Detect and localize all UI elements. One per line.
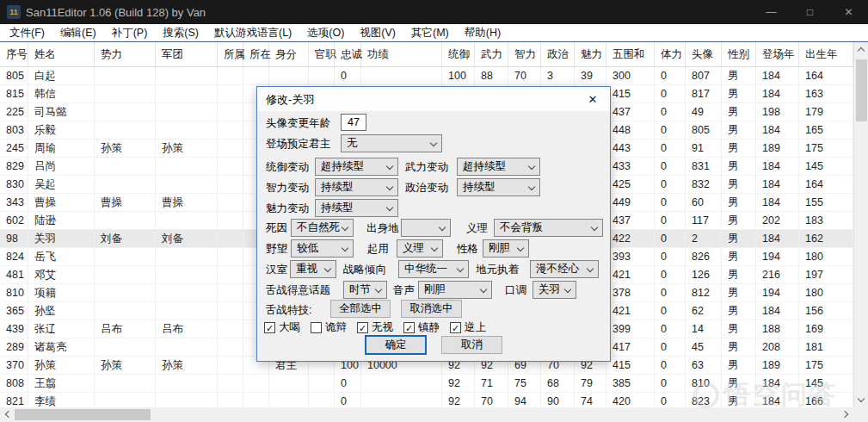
skill-checkbox[interactable]: ✓无视: [357, 320, 393, 335]
checkbox-checked-icon: ✓: [264, 322, 275, 333]
column-header[interactable]: 姓名: [28, 42, 95, 66]
table-row[interactable]: 808王翦092717568793850810男184145: [0, 375, 853, 393]
table-cell: [156, 67, 218, 85]
scroll-up-icon[interactable]: [854, 42, 868, 57]
birthplace-label: 出身地: [366, 221, 399, 236]
column-header[interactable]: 性别: [722, 42, 756, 66]
birthplace-select[interactable]: [401, 219, 451, 237]
table-header: 序号姓名势力军团所属所在身分官职忠诚功绩统御武力智力政治魅力五围和体力头像性别登…: [0, 42, 853, 67]
scroll-left-icon[interactable]: [0, 407, 15, 422]
ambition-select[interactable]: 较低: [291, 239, 354, 258]
table-cell: 421: [606, 302, 655, 320]
local-focus-select[interactable]: 漫不经心: [530, 260, 599, 278]
table-cell: 0: [655, 338, 686, 357]
politics-trend-select[interactable]: 持续型: [457, 178, 540, 196]
war-trend-select[interactable]: 超持续型: [457, 158, 540, 176]
debut-lord-select[interactable]: 无: [341, 134, 442, 152]
table-cell: 男: [722, 67, 756, 85]
column-header[interactable]: 登场年: [756, 42, 799, 66]
column-header[interactable]: 出生年: [799, 42, 853, 66]
charm-trend-select[interactable]: 持续型: [315, 199, 398, 217]
menu-item[interactable]: 编辑(E): [52, 24, 104, 41]
table-cell: 188: [756, 320, 799, 338]
int-trend-select[interactable]: 持续型: [315, 178, 398, 196]
leadership-trend-select[interactable]: 超持续型: [315, 158, 398, 176]
column-header[interactable]: 武力: [475, 42, 508, 66]
column-header[interactable]: 序号: [0, 42, 28, 66]
tone-select[interactable]: 关羽: [532, 281, 576, 299]
death-cause-select[interactable]: 不自然死: [291, 219, 354, 237]
portrait-age-input[interactable]: 47: [341, 114, 366, 131]
column-header[interactable]: 五围和: [606, 42, 655, 66]
chevron-down-icon: [517, 245, 524, 251]
skill-checkbox[interactable]: ✓逆上: [450, 320, 486, 335]
table-cell: 孙策: [95, 140, 156, 158]
table-cell: [156, 85, 218, 103]
column-header[interactable]: 身分: [269, 42, 309, 66]
table-row[interactable]: 805白起010088703393000807男184164: [0, 67, 853, 85]
table-cell: 198: [756, 103, 799, 121]
column-header[interactable]: 体力: [655, 42, 686, 66]
menu-item[interactable]: 补丁(P): [104, 24, 156, 41]
column-header[interactable]: 统御: [442, 42, 475, 66]
column-header[interactable]: 所属: [218, 42, 243, 66]
vertical-scrollbar[interactable]: [853, 42, 868, 407]
voice-select[interactable]: 刚胆: [418, 281, 492, 299]
table-cell: 194: [756, 284, 799, 302]
death-cause-label: 死因: [266, 221, 287, 236]
scroll-down-icon[interactable]: [854, 393, 868, 407]
table-row[interactable]: 821李绩092709490744200823男184166: [0, 393, 853, 407]
menu-item[interactable]: 帮助(H): [457, 24, 508, 41]
column-header[interactable]: 所在: [243, 42, 269, 66]
maximize-button[interactable]: □: [791, 0, 829, 24]
recruit-select[interactable]: 义理: [397, 239, 443, 258]
table-cell: 808: [0, 375, 28, 393]
column-header[interactable]: 功绩: [361, 42, 442, 66]
column-header[interactable]: 智力: [508, 42, 541, 66]
horizontal-scroll-thumb[interactable]: [15, 409, 151, 420]
menu-item[interactable]: 默认游戏语言(L): [206, 24, 299, 41]
debate-topic-select[interactable]: 时节: [343, 281, 387, 299]
personality-select[interactable]: 刚胆: [483, 239, 529, 258]
column-header[interactable]: 头像: [686, 42, 722, 66]
minimize-button[interactable]: —: [752, 0, 791, 24]
deselect-all-button[interactable]: 取消选中: [401, 300, 462, 318]
select-all-button[interactable]: 全部选中: [330, 300, 391, 318]
skill-checkbox[interactable]: 诡辩: [311, 320, 347, 335]
skill-checkbox[interactable]: ✓镇静: [403, 320, 440, 335]
column-header[interactable]: 势力: [95, 42, 156, 66]
menu-item[interactable]: 选项(O): [299, 24, 352, 41]
table-cell: 100: [442, 67, 475, 85]
close-button[interactable]: ✕: [829, 0, 868, 24]
han-court-select[interactable]: 重视: [290, 260, 336, 278]
column-header[interactable]: 官职: [309, 42, 335, 66]
scroll-right-icon[interactable]: [839, 407, 853, 422]
vertical-scroll-thumb[interactable]: [856, 59, 867, 121]
menu-item[interactable]: 文件(F): [2, 24, 52, 41]
table-cell: 189: [756, 140, 799, 158]
ok-button[interactable]: 确定: [365, 335, 427, 355]
menu-item[interactable]: 其它(M): [403, 24, 457, 41]
table-cell: 439: [0, 320, 28, 338]
table-cell: 司马懿: [28, 103, 95, 121]
menu-item[interactable]: 视图(V): [352, 24, 403, 41]
column-header[interactable]: 魅力: [575, 42, 606, 66]
table-cell: 张辽: [28, 320, 95, 338]
skill-checkbox[interactable]: ✓大喝: [264, 320, 300, 335]
column-header[interactable]: 政治: [541, 42, 575, 66]
table-cell: 184: [756, 67, 799, 85]
table-cell: 98: [0, 230, 28, 248]
cancel-button[interactable]: 取消: [441, 336, 502, 354]
table-cell: [218, 230, 243, 248]
column-header[interactable]: 军团: [156, 42, 218, 66]
table-cell: 曹操: [28, 194, 95, 212]
table-cell: 180: [799, 284, 853, 302]
horizontal-scrollbar[interactable]: [0, 407, 853, 422]
loyalty-select[interactable]: 不会背叛: [494, 219, 603, 237]
menu-item[interactable]: 搜索(S): [155, 24, 206, 41]
column-header[interactable]: 忠诚: [335, 42, 361, 66]
dialog-close-icon[interactable]: ✕: [576, 87, 610, 111]
table-cell: [243, 375, 269, 393]
strategy-select[interactable]: 中华统一: [398, 260, 469, 278]
chevron-down-icon: [430, 140, 437, 146]
